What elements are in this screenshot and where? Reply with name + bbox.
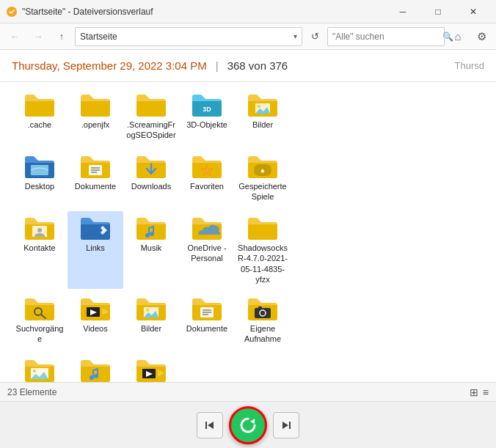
svg-point-32 bbox=[94, 374, 98, 378]
file-grid: .cache .openjfx .ScreamingFrogSEOSpider … bbox=[12, 88, 493, 382]
list-item[interactable]: .openjfx bbox=[68, 88, 123, 147]
list-item[interactable]: Bilder bbox=[235, 88, 291, 147]
file-label: Videos bbox=[83, 323, 107, 334]
list-item[interactable]: .ScreamingFrogSEOSpider bbox=[123, 88, 179, 147]
version-count: 368 von 376 bbox=[227, 59, 288, 72]
file-label: OneDrive - Personal bbox=[182, 243, 232, 264]
list-item[interactable]: Musik bbox=[123, 211, 179, 289]
list-item[interactable]: Desktop bbox=[12, 150, 68, 208]
list-item[interactable]: OneDrive - Personal bbox=[179, 211, 235, 289]
restore-button[interactable] bbox=[229, 406, 267, 444]
svg-point-14 bbox=[150, 232, 154, 236]
folder-icon bbox=[136, 296, 166, 321]
folder-icon bbox=[81, 296, 110, 321]
list-item[interactable]: Suchvorgänge bbox=[12, 292, 68, 350]
address-dropdown-icon[interactable]: ▾ bbox=[293, 32, 297, 40]
list-item[interactable]: Videos bbox=[123, 353, 179, 382]
prev-icon bbox=[205, 420, 215, 430]
svg-marker-40 bbox=[282, 422, 288, 429]
file-label: Dokumente bbox=[186, 323, 227, 334]
grid-view-button[interactable]: ⊞ bbox=[470, 386, 478, 398]
list-item[interactable]: Dokumente bbox=[179, 292, 235, 350]
list-view-button[interactable]: ≡ bbox=[483, 386, 489, 398]
folder-icon bbox=[25, 92, 54, 117]
svg-rect-26 bbox=[255, 308, 271, 318]
list-item[interactable]: .cache bbox=[12, 88, 68, 147]
svg-point-13 bbox=[145, 233, 150, 238]
search-wrap[interactable]: 🔍 bbox=[327, 27, 445, 46]
main-area: .cache .openjfx .ScreamingFrogSEOSpider … bbox=[0, 82, 496, 382]
svg-point-21 bbox=[146, 309, 149, 312]
list-item[interactable]: Musik bbox=[68, 353, 123, 382]
title-bar: "Startseite" - Dateiversionsverlauf ─ □ … bbox=[0, 0, 496, 23]
svg-rect-36 bbox=[205, 422, 207, 429]
folder-icon bbox=[81, 92, 110, 117]
file-label: .cache bbox=[28, 120, 51, 130]
file-label: Eigene Aufnahme bbox=[238, 323, 288, 345]
list-item[interactable]: Kontakte bbox=[12, 211, 68, 289]
list-item[interactable]: Videos bbox=[68, 292, 123, 350]
window-title: "Startseite" - Dateiversionsverlauf bbox=[22, 7, 386, 17]
list-item[interactable]: Dokumente bbox=[68, 150, 123, 208]
svg-text:3D: 3D bbox=[203, 106, 211, 113]
minimize-button[interactable]: ─ bbox=[386, 0, 420, 23]
svg-rect-39 bbox=[289, 422, 291, 429]
next-icon bbox=[281, 420, 291, 430]
item-count: 23 Elemente bbox=[7, 387, 56, 397]
file-label: Dokumente bbox=[75, 181, 116, 191]
address-input-wrap[interactable]: ▾ bbox=[75, 27, 302, 46]
folder-icon bbox=[25, 358, 54, 382]
folder-icon bbox=[192, 154, 222, 179]
folder-icon bbox=[81, 154, 110, 179]
list-item[interactable]: Favoriten bbox=[179, 150, 235, 208]
address-input[interactable] bbox=[80, 32, 293, 42]
svg-rect-4 bbox=[31, 165, 48, 175]
list-item[interactable]: Eigene Aufnahme bbox=[235, 292, 291, 350]
svg-point-3 bbox=[258, 105, 260, 108]
up-button[interactable]: ↑ bbox=[51, 26, 72, 47]
svg-point-30 bbox=[33, 370, 36, 372]
back-button[interactable]: ← bbox=[4, 26, 25, 47]
file-label: .openjfx bbox=[81, 120, 110, 130]
file-label: 3D-Objekte bbox=[186, 120, 227, 130]
svg-rect-28 bbox=[258, 306, 262, 309]
file-label: Bilder bbox=[141, 323, 161, 334]
settings-button[interactable]: ⚙ bbox=[471, 26, 492, 47]
list-item[interactable]: Shadowsocks R-4.7.0-2021-05-11-4835-yfzx bbox=[235, 211, 291, 289]
home-button[interactable]: ⌂ bbox=[448, 26, 468, 47]
folder-icon bbox=[81, 216, 110, 240]
file-label: Bilder bbox=[252, 120, 273, 130]
folder-icon bbox=[136, 358, 166, 382]
folder-icon bbox=[81, 358, 110, 382]
list-item[interactable]: 3D 3D-Objekte bbox=[179, 88, 235, 147]
list-item[interactable]: Links bbox=[68, 211, 123, 289]
list-item[interactable]: Gespeicherte Bilder bbox=[12, 353, 68, 382]
date-header: Thursday, September 29, 2022 3:04 PM | 3… bbox=[0, 50, 496, 82]
file-label: Kontakte bbox=[23, 243, 55, 253]
status-bar: 23 Elemente ⊞ ≡ bbox=[0, 382, 496, 401]
svg-point-12 bbox=[37, 228, 42, 232]
view-controls: ⊞ ≡ bbox=[470, 386, 489, 398]
folder-icon bbox=[192, 216, 222, 240]
search-input[interactable] bbox=[332, 32, 442, 42]
file-label: Musik bbox=[141, 243, 162, 253]
previous-button[interactable] bbox=[197, 412, 223, 438]
list-item[interactable]: Downloads bbox=[123, 150, 179, 208]
svg-marker-38 bbox=[250, 419, 255, 424]
forward-button[interactable]: → bbox=[28, 26, 48, 47]
folder-icon bbox=[248, 216, 277, 240]
maximize-button[interactable]: □ bbox=[421, 0, 455, 23]
refresh-button[interactable]: ↺ bbox=[305, 27, 324, 46]
app-icon bbox=[6, 6, 18, 18]
date-right-text: Thursd bbox=[455, 60, 484, 71]
bottom-controls bbox=[0, 401, 496, 448]
file-label: Desktop bbox=[25, 181, 54, 191]
file-label: Downloads bbox=[131, 181, 171, 191]
next-button[interactable] bbox=[273, 412, 299, 438]
file-grid-wrap[interactable]: .cache .openjfx .ScreamingFrogSEOSpider … bbox=[0, 82, 496, 382]
close-button[interactable]: ✕ bbox=[456, 0, 490, 23]
date-separator: | bbox=[216, 59, 219, 72]
list-item[interactable]: Bilder bbox=[123, 292, 179, 350]
file-label: Suchvorgänge bbox=[15, 323, 65, 345]
list-item[interactable]: ♠ Gespeicherte Spiele bbox=[235, 150, 291, 208]
